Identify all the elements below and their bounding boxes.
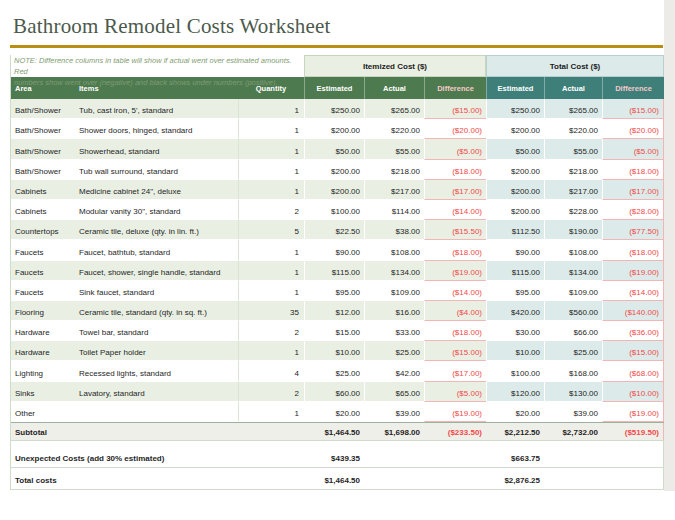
cell-area[interactable]: Faucets [11,281,73,301]
cell-total-actual[interactable]: $108.00 [544,240,602,260]
subtotal-total-difference[interactable]: ($519.50) [602,423,664,440]
cell-quantity[interactable]: 1 [238,180,304,200]
cell-itemized-estimated[interactable]: $100.00 [304,200,364,220]
cell-itemized-difference[interactable]: ($19.00) [424,261,486,281]
cell-quantity[interactable]: 1 [238,99,304,119]
cell-total-actual[interactable]: $109.00 [544,281,602,301]
cell-itemized-estimated[interactable]: $50.00 [304,139,364,159]
cell-quantity[interactable]: 1 [238,119,304,139]
cell-total-estimated[interactable]: $420.00 [486,301,544,321]
cell-quantity[interactable]: 1 [238,160,304,180]
cell-quantity[interactable]: 1 [238,240,304,260]
cell-total-estimated[interactable]: $200.00 [486,180,544,200]
cell-itemized-actual[interactable]: $108.00 [364,240,424,260]
cell-itemized-difference[interactable]: ($17.00) [424,180,486,200]
cell-itemized-actual[interactable]: $217.00 [364,180,424,200]
cell-area[interactable]: Bath/Shower [11,119,73,139]
subtotal-itemized-difference[interactable]: ($233.50) [424,423,486,440]
cell-quantity[interactable]: 1 [238,281,304,301]
cell-total-difference[interactable]: ($36.00) [602,321,664,341]
cell-total-actual[interactable]: $66.00 [544,321,602,341]
cell-itemized-difference[interactable]: ($15.00) [424,341,486,361]
cell-itemized-estimated[interactable]: $250.00 [304,99,364,119]
cell-quantity[interactable]: 2 [238,321,304,341]
cell-area[interactable]: Lighting [11,361,73,381]
cell-total-estimated[interactable]: $20.00 [486,402,544,422]
cell-itemized-estimated[interactable]: $20.00 [304,402,364,422]
cell-itemized-difference[interactable]: ($5.00) [424,139,486,159]
cell-total-estimated[interactable]: $200.00 [486,119,544,139]
cell-itemized-actual[interactable]: $114.00 [364,200,424,220]
cell-total-actual[interactable]: $560.00 [544,301,602,321]
cell-area[interactable]: Bath/Shower [11,99,73,119]
cell-quantity[interactable]: 1 [238,402,304,422]
cell-itemized-estimated[interactable]: $200.00 [304,160,364,180]
cell-area[interactable]: Faucets [11,261,73,281]
cell-area[interactable]: Cabinets [11,180,73,200]
cell-items[interactable]: Towel bar, standard [73,321,238,341]
cell-quantity[interactable]: 1 [238,261,304,281]
cell-total-difference[interactable]: ($28.00) [602,200,664,220]
cell-itemized-estimated[interactable]: $25.00 [304,361,364,381]
cell-total-actual[interactable]: $168.00 [544,361,602,381]
cell-items[interactable]: Tub wall surround, standard [73,160,238,180]
cell-total-actual[interactable]: $265.00 [544,99,602,119]
cell-itemized-difference[interactable]: ($19.00) [424,402,486,422]
cell-total-estimated[interactable]: $10.00 [486,341,544,361]
cell-itemized-actual[interactable]: $33.00 [364,321,424,341]
cell-itemized-difference[interactable]: ($14.00) [424,281,486,301]
cell-quantity[interactable]: 2 [238,200,304,220]
cell-items[interactable]: Ceramic tile, standard (qty. in sq. ft.) [73,301,238,321]
subtotal-itemized-actual[interactable]: $1,698.00 [364,423,424,440]
cell-area[interactable]: Hardware [11,341,73,361]
cell-quantity[interactable]: 4 [238,361,304,381]
cell-quantity[interactable]: 2 [238,382,304,402]
cell-itemized-actual[interactable]: $42.00 [364,361,424,381]
total-costs-total-estimated[interactable]: $2,876.25 [486,468,544,489]
cell-itemized-estimated[interactable]: $10.00 [304,341,364,361]
cell-itemized-difference[interactable]: ($4.00) [424,301,486,321]
cell-total-estimated[interactable]: $200.00 [486,200,544,220]
cell-total-difference[interactable]: ($18.00) [602,240,664,260]
cell-items[interactable]: Recessed lights, standard [73,361,238,381]
cell-total-estimated[interactable]: $200.00 [486,160,544,180]
cell-total-difference[interactable]: ($19.00) [602,261,664,281]
total-costs-itemized-estimated[interactable]: $1,464.50 [304,468,364,489]
cell-itemized-estimated[interactable]: $15.00 [304,321,364,341]
cell-itemized-actual[interactable]: $265.00 [364,99,424,119]
cell-total-estimated[interactable]: $30.00 [486,321,544,341]
cell-total-difference[interactable]: ($77.50) [602,220,664,240]
cell-itemized-difference[interactable]: ($14.00) [424,200,486,220]
cell-area[interactable]: Flooring [11,301,73,321]
cell-area[interactable]: Other [11,402,73,422]
cell-total-estimated[interactable]: $120.00 [486,382,544,402]
cell-itemized-actual[interactable]: $38.00 [364,220,424,240]
cell-items[interactable]: Shower doors, hinged, standard [73,119,238,139]
cell-area[interactable]: Hardware [11,321,73,341]
cell-total-actual[interactable]: $130.00 [544,382,602,402]
cell-total-estimated[interactable]: $95.00 [486,281,544,301]
cell-itemized-estimated[interactable]: $200.00 [304,180,364,200]
cell-items[interactable]: Lavatory, standard [73,382,238,402]
cell-area[interactable]: Sinks [11,382,73,402]
cell-area[interactable]: Cabinets [11,200,73,220]
cell-itemized-difference[interactable]: ($15.50) [424,220,486,240]
cell-items[interactable]: Modular vanity 30", standard [73,200,238,220]
cell-quantity[interactable]: 1 [238,341,304,361]
cell-total-actual[interactable]: $190.00 [544,220,602,240]
cell-itemized-difference[interactable]: ($18.00) [424,321,486,341]
cell-total-estimated[interactable]: $112.50 [486,220,544,240]
cell-area[interactable]: Bath/Shower [11,160,73,180]
cell-itemized-actual[interactable]: $16.00 [364,301,424,321]
cell-total-difference[interactable]: ($19.00) [602,402,664,422]
cell-itemized-estimated[interactable]: $95.00 [304,281,364,301]
cell-total-actual[interactable]: $217.00 [544,180,602,200]
cell-quantity[interactable]: 35 [238,301,304,321]
cell-items[interactable]: Sink faucet, standard [73,281,238,301]
cell-total-difference[interactable]: ($15.00) [602,99,664,119]
cell-area[interactable]: Bath/Shower [11,139,73,159]
cell-total-actual[interactable]: $218.00 [544,160,602,180]
unexpected-costs-total-estimated[interactable]: $663.75 [486,441,544,467]
cell-items[interactable]: Faucet, bathtub, standard [73,240,238,260]
cell-total-difference[interactable]: ($14.00) [602,281,664,301]
